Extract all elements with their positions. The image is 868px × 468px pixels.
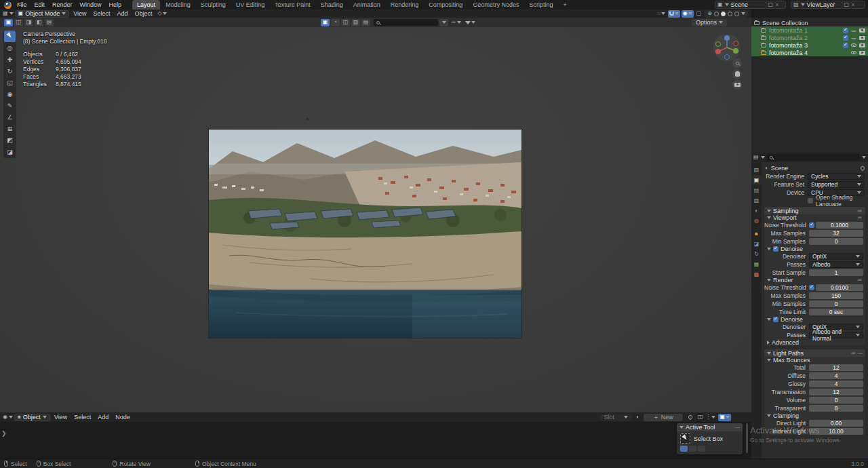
min-samples-field[interactable]: 0 [809,300,863,307]
tab-animation[interactable]: Animation [349,0,385,9]
menu-render[interactable]: Render [49,1,76,8]
disable-in-renders-icon[interactable] [859,28,865,33]
tab-uv-editing[interactable]: UV Editing [231,0,270,9]
active-tool-panel-header[interactable]: Active Tool ─ [677,423,743,431]
rotate-tool[interactable]: ↻ [4,65,16,77]
osl-checkbox[interactable] [808,198,813,203]
menu-select[interactable]: Select [71,414,94,421]
snap-icon[interactable]: ◫ [698,414,703,420]
preset-icon[interactable]: ≔ [857,215,863,220]
mode-subtract-button[interactable] [698,446,705,452]
options-dropdown[interactable]: Options [692,19,727,26]
noise-threshold-checkbox[interactable] [809,285,814,290]
filter-dropdown[interactable] [464,19,477,26]
extra-tool-2[interactable]: ◪ [4,146,16,157]
shader-editor-canvas[interactable]: ❯ Active Tool ─ Select Box [0,422,751,459]
volume-field[interactable]: 0 [809,397,863,404]
exclude-checkbox[interactable] [843,35,848,41]
disable-in-renders-icon[interactable] [859,43,865,47]
shader-type-dropdown[interactable]: ■ Object [14,414,50,421]
filter-toggle-2[interactable]: ◔ [331,19,340,26]
denoise-subpanel-header[interactable]: Denoise [764,316,865,323]
editor-type-icon[interactable]: ▦ [3,11,8,16]
clamping-subpanel-header[interactable]: Clamping [764,412,865,419]
preset-icon[interactable]: ≔ [851,351,856,356]
direct-light-field[interactable]: 0.00 [809,420,863,427]
solid-shading-button[interactable] [721,12,726,16]
proportional-editing-toggle[interactable]: ◉ [682,10,694,18]
menu-select[interactable]: Select [91,10,113,17]
tab-layout[interactable]: Layout [132,0,160,9]
tab-render[interactable]: ▣ [751,175,762,185]
properties-search-input[interactable] [767,154,860,161]
preset-icon[interactable]: ≔ [857,208,863,214]
cursor-tool[interactable]: ◎ [4,42,16,54]
move-tool[interactable]: ✚ [4,54,16,65]
transform-orientation-dropdown[interactable]: ◇ [157,10,168,18]
sort-dropdown[interactable]: ≔ [450,19,462,26]
render-engine-dropdown[interactable]: Cycles [808,173,865,180]
snap-toggle[interactable] [668,10,680,18]
menu-add[interactable]: Add [115,10,131,17]
search-options-dropdown[interactable] [439,19,448,26]
outliner-row-scene-collection[interactable]: Scene Collection [751,19,868,26]
pivot-point-dropdown[interactable]: ◌ [656,10,667,18]
passes-dropdown[interactable]: Albedo and Normal [809,332,863,338]
denoise-checkbox[interactable] [773,317,778,322]
filter-toggle-5[interactable]: ▤ [361,19,370,26]
add-cube-tool[interactable]: ⊞ [4,123,16,134]
overlays-icon[interactable]: ⊕ [707,11,712,16]
menu-add[interactable]: Add [95,414,111,421]
select-mode-invert-button[interactable]: ◧ [35,19,43,26]
tab-rendering[interactable]: Rendering [386,0,424,9]
outliner-row-fotomontaza-3[interactable]: fotomontaža 3 [751,41,868,49]
disable-in-renders-icon[interactable] [859,51,865,55]
menu-window[interactable]: Window [77,1,105,8]
select-mode-extend-button[interactable]: ◫ [14,19,23,26]
render-subpanel-header[interactable]: Render ≔ [764,277,865,284]
select-box-tool[interactable] [4,31,16,42]
annotate-tool[interactable]: ✎ [4,100,16,111]
tab-scripting[interactable]: Scripting [524,0,557,9]
exclude-checkbox[interactable] [843,43,848,48]
select-mode-set-button[interactable]: ▣ [4,19,13,26]
tab-output[interactable]: ▤ [751,185,762,195]
empty-origin-marker[interactable] [307,118,309,120]
close-icon[interactable]: × [775,1,778,8]
denoise-subpanel-header[interactable]: Denoise [764,246,865,252]
denoiser-dropdown[interactable]: OptiX [809,253,863,260]
tab-texture[interactable]: ▩ [751,269,762,279]
tab-physics[interactable]: ↻ [751,249,762,259]
mode-extend-button[interactable] [689,446,696,452]
mode-dropdown[interactable]: ▣ Object Mode [15,10,70,18]
pin-icon[interactable] [688,414,693,420]
editor-type-icon[interactable]: ◉ [3,414,7,420]
tab-tool[interactable]: ▨ [751,165,762,175]
editor-type-icon[interactable]: ▤ [753,155,759,160]
tab-compositing[interactable]: Compositing [424,0,467,9]
noise-threshold-checkbox[interactable] [809,222,814,228]
transmission-field[interactable]: 12 [809,389,863,395]
viewlayer-selector[interactable]: ▧ ViewLayer ▢ × [791,1,865,9]
tab-object[interactable]: ■ [751,229,762,239]
tab-modeling[interactable]: Modeling [161,0,195,9]
sidebar-expand-arrow[interactable]: ❯ [1,430,7,437]
menu-view[interactable]: View [71,10,89,17]
transparent-field[interactable]: 8 [809,405,863,412]
diffuse-field[interactable]: 4 [809,372,863,379]
add-workspace-button[interactable]: + [558,0,571,9]
disable-in-renders-icon[interactable] [859,36,865,40]
total-field[interactable]: 12 [809,364,863,371]
scene-selector[interactable]: ▣ Scene ▢ × [715,1,786,9]
scale-tool[interactable]: ◱ [4,77,16,88]
max-samples-field[interactable]: 32 [809,230,863,237]
pin-icon[interactable] [860,165,865,170]
max-samples-field[interactable]: 150 [809,292,863,299]
close-icon[interactable]: × [851,1,854,8]
outliner-row-fotomontaza-2[interactable]: fotomontaža 2 [751,34,868,41]
menu-help[interactable]: Help [106,1,125,8]
eye-closed-icon[interactable] [851,29,856,32]
noise-threshold-field[interactable]: 0.1000 [816,222,863,229]
tool-search-input[interactable] [374,19,438,26]
outliner-row-fotomontaza-1[interactable]: fotomontaža 1 [751,26,868,34]
